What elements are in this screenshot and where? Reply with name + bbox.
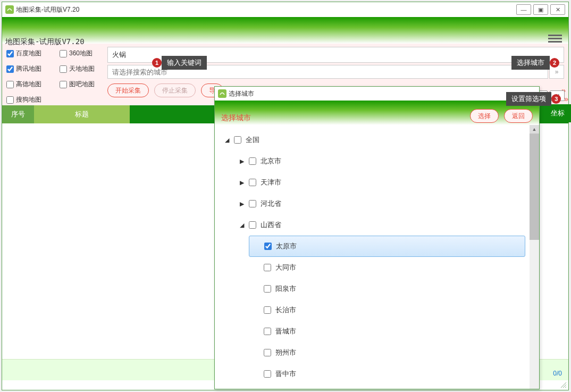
tree-label: 天津市 — [261, 178, 281, 187]
checkbox-gaode[interactable]: 高德地图 — [6, 79, 54, 90]
annotation-tooltip: 选择城市 — [511, 56, 550, 70]
main-titlebar[interactable]: 地图采集-试用版V7.20 — ▣ ✕ — [2, 2, 568, 17]
close-button[interactable]: ✕ — [550, 4, 565, 15]
tree-label: 山西省 — [261, 220, 281, 230]
collapse-icon[interactable]: ◢ — [238, 222, 246, 229]
th-title[interactable]: 标题 — [34, 105, 130, 123]
start-collect-button[interactable]: 开始采集 — [107, 84, 149, 97]
minimize-button[interactable]: — — [516, 4, 531, 15]
tree-row-root[interactable]: ◢ 全国 — [219, 129, 525, 151]
annotation-1: 1 输入关键词 — [152, 56, 207, 70]
tree-checkbox[interactable] — [264, 285, 271, 293]
tree-label: 朔州市 — [275, 348, 296, 357]
tree-checkbox[interactable] — [234, 136, 241, 144]
annotation-tooltip: 输入关键词 — [162, 56, 207, 70]
tree-checkbox[interactable] — [264, 264, 271, 271]
tree-checkbox[interactable] — [264, 349, 271, 356]
tree-row-jinzhong[interactable]: 晋中市 — [249, 363, 525, 385]
annotation-badge: 2 — [550, 58, 559, 68]
tree-checkbox[interactable] — [249, 157, 256, 165]
menu-icon[interactable] — [548, 33, 562, 44]
expand-icon[interactable]: ▶ — [238, 158, 246, 165]
checkbox-tianditu[interactable]: 天地地图 — [60, 63, 107, 74]
tree-label: 晋中市 — [275, 369, 296, 379]
checkbox-tencent[interactable]: 腾讯地图 — [6, 63, 54, 74]
map-source-checkboxes: 百度地图 360地图 腾讯地图 天地地图 高德地图 图吧地图 搜狗地图 — [6, 46, 107, 105]
scroll-thumb[interactable] — [530, 134, 539, 240]
checkbox-tuba[interactable]: 图吧地图 — [60, 79, 107, 90]
tree-label: 大同市 — [275, 263, 296, 272]
tree-row-hebei[interactable]: ▶ 河北省 — [234, 193, 525, 214]
svg-rect-0 — [5, 5, 14, 14]
tree-row-yangquan[interactable]: 阳泉市 — [249, 278, 525, 299]
tree-row-changzhi[interactable]: 长治市 — [249, 299, 525, 321]
annotation-3: » 3 设置筛选项 — [506, 92, 567, 106]
tree-row-datong[interactable]: 大同市 — [249, 257, 525, 278]
svg-rect-1 — [218, 89, 226, 98]
annotation-badge: 1 — [152, 58, 162, 68]
tree-label: 长治市 — [275, 305, 296, 315]
tree-row-tianjin[interactable]: ▶ 天津市 — [234, 172, 525, 193]
popup-tree[interactable]: ◢ 全国 ▶ 北京市 ▶ 天津市 ▶ 河北省 ◢ 山西 — [215, 125, 539, 389]
tree-row-beijing[interactable]: ▶ 北京市 — [234, 151, 525, 172]
tree-label: 太原市 — [276, 241, 297, 251]
th-seq[interactable]: 序号 — [2, 105, 34, 123]
city-popup: 选择城市 选择城市 选择 返回 ◢ 全国 ▶ 北京市 ▶ 天津市 — [214, 86, 540, 389]
popup-header: 选择城市 选择 返回 — [215, 101, 539, 125]
annotation-badge: 3 — [551, 94, 561, 104]
stop-collect-button[interactable]: 停止采集 — [154, 84, 196, 97]
tree-row-taiyuan[interactable]: 太原市 — [249, 236, 525, 257]
tree-label: 北京市 — [261, 156, 281, 166]
tree-checkbox[interactable] — [249, 221, 256, 229]
tree-label: 河北省 — [261, 199, 281, 208]
checkbox-360[interactable]: 360地图 — [60, 48, 107, 59]
tree-row-shanxi[interactable]: ◢ 山西省 — [234, 214, 525, 236]
popup-back-button[interactable]: 返回 — [504, 109, 533, 123]
checkbox-sogou[interactable]: 搜狗地图 — [6, 94, 54, 105]
annotation-2: 2 选择城市 — [511, 56, 559, 70]
tree-label: 全国 — [246, 135, 259, 145]
tree-checkbox[interactable] — [264, 328, 271, 335]
expand-icon[interactable]: ▶ — [238, 201, 246, 207]
tree-checkbox[interactable] — [249, 179, 256, 186]
tree-row-shuozhou[interactable]: 朔州市 — [249, 342, 525, 363]
app-logo-icon — [5, 5, 14, 14]
scroll-up-icon[interactable]: ▲ — [530, 125, 539, 134]
tree-checkbox[interactable] — [264, 306, 271, 314]
expand-icon[interactable]: ▶ — [238, 179, 246, 186]
popup-scrollbar[interactable]: ▲ — [530, 125, 539, 389]
window-title: 地图采集-试用版V7.20 — [16, 5, 79, 14]
tree-checkbox[interactable] — [264, 370, 271, 378]
top-banner: 地图采集-试用版V7.20 — [2, 17, 568, 44]
collapse-icon[interactable]: ◢ — [223, 137, 231, 144]
page-indicator: 0/0 — [553, 370, 562, 377]
maximize-button[interactable]: ▣ — [533, 4, 548, 15]
chevron-right-icon: » — [564, 95, 567, 103]
tree-label: 阳泉市 — [275, 284, 296, 294]
popup-header-label: 选择城市 — [221, 113, 251, 123]
tree-label: 晋城市 — [275, 327, 296, 336]
th-coord-partial[interactable]: 坐标 — [544, 104, 571, 122]
checkbox-baidu[interactable]: 百度地图 — [6, 48, 54, 59]
tree-checkbox[interactable] — [249, 200, 256, 207]
popup-logo-icon — [218, 89, 226, 98]
resize-grip-icon[interactable] — [560, 381, 567, 389]
popup-select-button[interactable]: 选择 — [470, 109, 499, 123]
annotation-tooltip: 设置筛选项 — [506, 92, 551, 106]
tree-checkbox[interactable] — [264, 243, 272, 250]
tree-row-jincheng[interactable]: 晋城市 — [249, 321, 525, 342]
app-title: 地图采集-试用版V7.20 — [5, 37, 85, 47]
popup-titlebar[interactable]: 选择城市 — [215, 87, 539, 101]
popup-title: 选择城市 — [229, 89, 254, 98]
